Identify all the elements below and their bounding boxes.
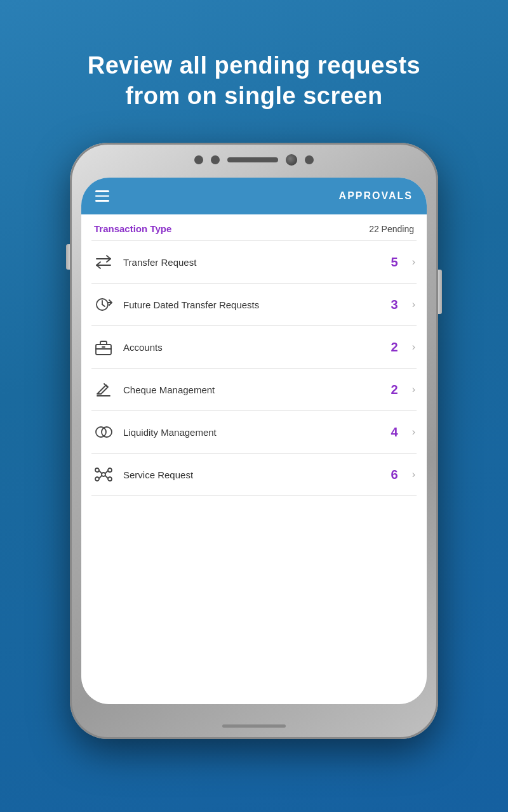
section-header: Transaction Type 22 Pending xyxy=(81,214,427,240)
hamburger-line-3 xyxy=(95,200,109,202)
pending-count-label: 22 Pending xyxy=(369,224,414,234)
phone-home-indicator xyxy=(222,724,286,728)
headline: Review all pending requests from on sing… xyxy=(50,51,459,111)
service-request-label: Service Request xyxy=(123,469,371,480)
row-service-request[interactable]: Service Request 6 › xyxy=(81,454,427,495)
chevron-icon: › xyxy=(412,469,415,480)
svg-point-16 xyxy=(95,477,99,481)
divider-6 xyxy=(91,495,417,496)
svg-line-21 xyxy=(105,476,108,478)
app-bar: APPROVALS xyxy=(81,178,427,214)
svg-point-12 xyxy=(102,427,112,437)
hamburger-line-2 xyxy=(95,195,109,197)
phone-dot-left xyxy=(194,155,203,164)
liquidity-management-count: 4 xyxy=(380,425,398,440)
cheque-management-count: 2 xyxy=(380,383,398,397)
phone-camera xyxy=(286,154,297,166)
row-liquidity-management[interactable]: Liquidity Management 4 › xyxy=(81,411,427,453)
accounts-label: Accounts xyxy=(123,342,371,353)
transfer-request-count: 5 xyxy=(380,255,398,270)
row-accounts[interactable]: Accounts 2 › xyxy=(81,326,427,368)
svg-point-17 xyxy=(108,477,112,481)
chevron-icon: › xyxy=(412,384,415,395)
phone-left-button xyxy=(66,244,70,270)
future-dated-label: Future Dated Transfer Requests xyxy=(123,299,371,310)
hamburger-menu-button[interactable] xyxy=(95,190,109,202)
svg-line-18 xyxy=(99,471,102,473)
content-area: Transaction Type 22 Pending xyxy=(81,214,427,704)
phone-top-bar xyxy=(194,154,314,166)
phone-dot-left2 xyxy=(211,155,220,164)
svg-point-13 xyxy=(102,473,105,476)
chevron-icon: › xyxy=(412,256,415,268)
edit-icon xyxy=(93,379,114,400)
chevron-icon: › xyxy=(412,426,415,438)
svg-point-15 xyxy=(108,468,112,472)
app-bar-title: APPROVALS xyxy=(339,190,413,202)
phone-right-button xyxy=(438,270,442,314)
row-future-dated-transfer[interactable]: Future Dated Transfer Requests 3 › xyxy=(81,284,427,325)
service-request-count: 6 xyxy=(380,468,398,482)
liquidity-management-label: Liquidity Management xyxy=(123,427,371,438)
phone-speaker xyxy=(227,157,278,162)
svg-line-20 xyxy=(99,476,102,478)
row-transfer-request[interactable]: Transfer Request 5 › xyxy=(81,241,427,283)
svg-line-19 xyxy=(105,471,108,473)
nodes-icon xyxy=(93,464,114,485)
transfer-request-label: Transfer Request xyxy=(123,257,371,268)
future-dated-count: 3 xyxy=(380,298,398,312)
accounts-count: 2 xyxy=(380,340,398,355)
phone-screen: APPROVALS Transaction Type 22 Pending xyxy=(81,178,427,704)
hamburger-line-1 xyxy=(95,190,109,192)
clock-arrow-icon xyxy=(93,294,114,315)
svg-point-14 xyxy=(95,468,99,472)
transaction-type-label: Transaction Type xyxy=(94,223,171,234)
phone-body: APPROVALS Transaction Type 22 Pending xyxy=(70,143,438,739)
circles-icon xyxy=(93,421,114,443)
chevron-icon: › xyxy=(412,299,415,310)
briefcase-icon xyxy=(93,336,114,358)
chevron-icon: › xyxy=(412,341,415,353)
row-cheque-management[interactable]: Cheque Management 2 › xyxy=(81,369,427,410)
phone-dot-right xyxy=(305,155,314,164)
phone-frame-wrapper: APPROVALS Transaction Type 22 Pending xyxy=(70,143,438,739)
transfer-icon xyxy=(93,251,114,273)
cheque-management-label: Cheque Management xyxy=(123,384,371,395)
svg-line-4 xyxy=(102,304,105,306)
svg-point-11 xyxy=(96,427,106,437)
svg-rect-6 xyxy=(96,344,111,355)
